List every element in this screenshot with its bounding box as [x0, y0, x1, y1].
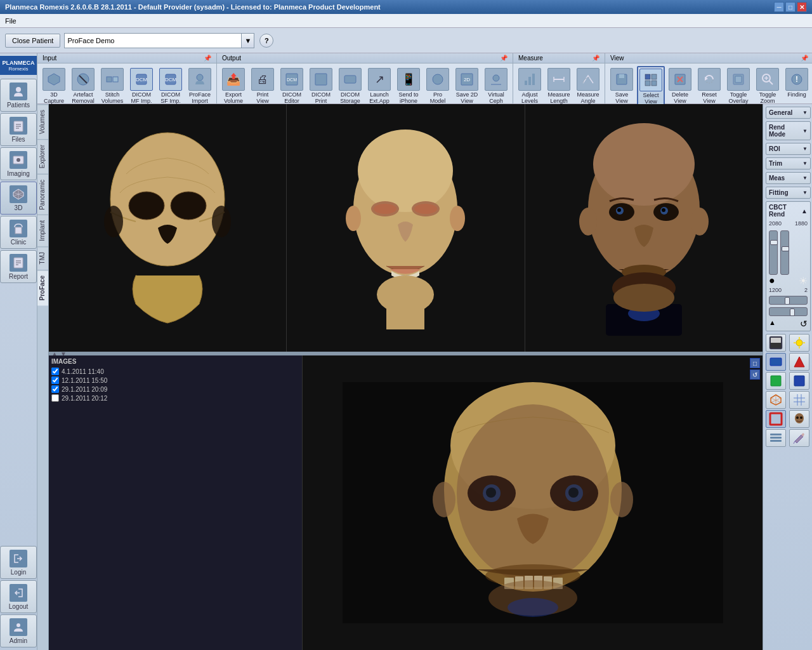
- panel-maximize-button[interactable]: □: [750, 358, 760, 368]
- sidebar-item-admin[interactable]: Admin: [0, 614, 37, 647]
- select-view-icon: [639, 69, 662, 91]
- cbct-arrow-up-icon[interactable]: ▲: [769, 319, 776, 329]
- tool-artefact-removal[interactable]: Artefact Removal: [69, 66, 97, 107]
- vtab-explorer[interactable]: Explorer: [37, 139, 48, 173]
- menu-file[interactable]: File: [5, 17, 16, 25]
- patient-name-input[interactable]: [64, 33, 242, 48]
- icon-btn-green[interactable]: [766, 372, 786, 390]
- tool-3d-capture[interactable]: 3D Capture: [40, 66, 68, 107]
- cbct-reset-icon[interactable]: ↺: [800, 319, 808, 329]
- vtab-volumes[interactable]: Volumes: [37, 104, 48, 139]
- cbct-slider-left-thumb[interactable]: [770, 240, 778, 245]
- tool-pro-model[interactable]: Pro Model: [424, 66, 452, 107]
- patient-dropdown-button[interactable]: ▼: [242, 33, 254, 48]
- cbct-hslider-top[interactable]: [769, 296, 808, 305]
- vtab-tmj[interactable]: TMJ: [37, 246, 48, 269]
- sidebar-item-3d[interactable]: 3D: [0, 182, 37, 215]
- right-section-fitting[interactable]: Fitting ▼: [766, 187, 811, 199]
- output-pin-icon[interactable]: 📌: [500, 55, 508, 62]
- cbct-hslider-top-thumb[interactable]: [785, 297, 790, 305]
- right-section-meas[interactable]: Meas ▼: [766, 172, 811, 184]
- tool-toggle-zoom[interactable]: Toggle Zoom: [754, 66, 782, 107]
- tool-select-view[interactable]: Select View: [637, 66, 665, 108]
- right-section-roi[interactable]: ROI ▼: [766, 143, 811, 155]
- icon-btn-list[interactable]: [766, 429, 786, 447]
- sidebar-item-logout[interactable]: Logout: [0, 580, 37, 613]
- image-checkbox-4[interactable]: [51, 394, 59, 402]
- close-button[interactable]: ✕: [797, 2, 807, 12]
- tool-dicom-mf-imp[interactable]: DCM DICOM MF Imp.: [128, 66, 155, 107]
- measure-pin-icon[interactable]: 📌: [592, 55, 599, 62]
- cbct-slider-right-thumb[interactable]: [782, 246, 789, 251]
- tool-measure-angle[interactable]: Measure Angle: [574, 66, 602, 107]
- tool-save-view[interactable]: Save View: [608, 66, 636, 107]
- cbct-expand-icon[interactable]: ▲: [801, 208, 808, 215]
- right-section-trim[interactable]: Trim ▼: [766, 157, 811, 169]
- tool-dicom-sf-imp[interactable]: DCM DICOM SF Imp.: [157, 66, 185, 107]
- tool-reset-view[interactable]: Reset View: [695, 66, 723, 107]
- tool-delete-view[interactable]: Delete View: [666, 66, 694, 107]
- vtab-panoramic[interactable]: Panoramic: [37, 174, 48, 215]
- tool-print-view[interactable]: 🖨 Print View: [249, 66, 277, 107]
- icon-btn-face-photo[interactable]: [789, 410, 809, 428]
- tool-finding[interactable]: ! Finding: [783, 66, 811, 100]
- viewport-skull[interactable]: [49, 104, 287, 352]
- toolbar-output-section: Output 📌 📤 Export Volume 🖨 Print View D: [217, 53, 513, 103]
- minimize-button[interactable]: ─: [774, 2, 784, 12]
- icon-btn-grid[interactable]: [789, 391, 809, 409]
- vtab-proface[interactable]: ProFace: [37, 270, 48, 305]
- image-checkbox-2[interactable]: [51, 376, 59, 384]
- sidebar-item-patients[interactable]: Patients: [0, 79, 37, 112]
- tool-adjust-levels[interactable]: Adjust Levels: [516, 66, 544, 107]
- tool-dicom-print[interactable]: DICOM Print: [307, 66, 335, 107]
- svg-rect-38: [619, 74, 624, 78]
- icon-btn-blue-rect[interactable]: [766, 353, 786, 371]
- maximize-button[interactable]: □: [785, 2, 796, 12]
- tool-proface-import[interactable]: ProFace Import: [186, 66, 214, 107]
- right-section-rend-mode[interactable]: Rend Mode ▼: [766, 121, 811, 140]
- rend-mode-arrow: ▼: [802, 128, 808, 134]
- image-label-2[interactable]: 12.1.2011 15:50: [62, 377, 107, 384]
- image-label-1[interactable]: 4.1.2011 11:40: [62, 368, 104, 375]
- icon-btn-blue-small[interactable]: [789, 372, 809, 390]
- panel-refresh-button[interactable]: ↺: [750, 369, 760, 380]
- vtab-implant[interactable]: Implant: [37, 215, 48, 246]
- sidebar-item-clinic[interactable]: Clinic: [0, 216, 37, 249]
- cbct-hslider-bottom-thumb[interactable]: [790, 308, 795, 316]
- preview-panel[interactable]: □ ↺: [303, 355, 763, 650]
- tool-measure-length[interactable]: Measure Length: [545, 66, 573, 107]
- viewport-3d-face[interactable]: [287, 104, 525, 352]
- icon-btn-sun[interactable]: [789, 334, 809, 352]
- tool-export-volume[interactable]: 📤 Export Volume: [219, 66, 247, 107]
- help-button[interactable]: ?: [259, 34, 273, 48]
- tool-dicom-storage[interactable]: DICOM Storage: [336, 66, 364, 107]
- image-checkbox-3[interactable]: [51, 385, 59, 393]
- cbct-slider-left[interactable]: [769, 230, 778, 275]
- icon-btn-3d-box[interactable]: [766, 391, 786, 409]
- tool-launch-ext-app[interactable]: ↗ Launch Ext.App: [365, 66, 393, 107]
- left-sidebar: PLANMECA Romexis Patients Files Imaging: [0, 53, 37, 650]
- sidebar-item-imaging[interactable]: Imaging: [0, 147, 37, 180]
- sidebar-item-login[interactable]: Login: [0, 546, 37, 579]
- icon-btn-pencil[interactable]: [789, 429, 809, 447]
- tool-save-2d-view[interactable]: 2D Save 2D View: [453, 66, 481, 107]
- tool-send-iphone[interactable]: 📱 Send to iPhone: [395, 66, 422, 107]
- sidebar-item-report[interactable]: Report: [0, 250, 37, 283]
- icon-btn-red-shape[interactable]: [789, 353, 809, 371]
- sidebar-item-files[interactable]: Files: [0, 113, 37, 146]
- tool-stitch-volumes[interactable]: Stitch Volumes: [98, 66, 126, 107]
- viewport-photo-face[interactable]: [525, 104, 763, 352]
- cbct-hslider-bottom[interactable]: [769, 307, 808, 316]
- tool-dicom-editor[interactable]: DCM DICOM Editor: [278, 66, 306, 107]
- image-label-4[interactable]: 29.1.2011 20:12: [62, 395, 107, 402]
- image-label-3[interactable]: 29.1.2011 20:09: [62, 386, 107, 393]
- input-pin-icon[interactable]: 📌: [204, 55, 211, 62]
- tool-virtual-ceph[interactable]: Virtual Ceph: [482, 66, 510, 107]
- icon-btn-brightness[interactable]: [766, 334, 786, 352]
- close-patient-button[interactable]: Close Patient: [5, 34, 60, 48]
- image-checkbox-1[interactable]: [51, 368, 59, 375]
- tool-toggle-overlay[interactable]: Toggle Overlay: [724, 66, 752, 107]
- view-pin-icon[interactable]: 📌: [801, 55, 808, 62]
- cbct-slider-right[interactable]: [780, 230, 789, 275]
- icon-btn-red-frame[interactable]: [766, 410, 786, 428]
